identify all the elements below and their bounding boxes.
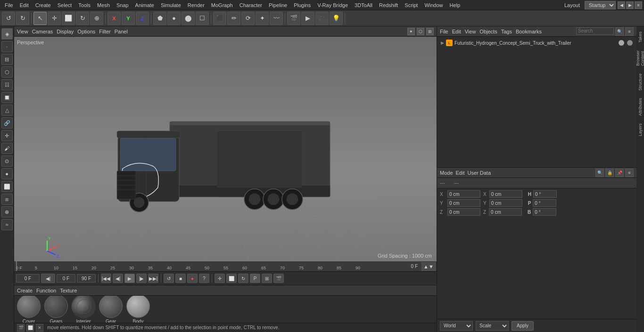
brush-button[interactable]: 🖌 [1,143,13,154]
om-search-btn[interactable]: 🔍 [615,27,624,36]
select-tool-button[interactable]: ↖ [33,12,47,25]
menu-window[interactable]: Window [421,1,446,9]
snap-button[interactable]: 🔗 [1,117,13,129]
record-btn[interactable]: ● [187,274,198,283]
transform-button[interactable]: ⊕ [90,12,103,25]
vtab-attributes[interactable]: Attributes [637,95,644,119]
next-frame-btn[interactable]: |▶ [136,274,147,283]
om-view-menu[interactable]: View [465,29,476,34]
move-tool-button[interactable]: ✛ [48,12,61,25]
floor-button[interactable]: ⬜ [1,181,13,192]
render-tl-btn[interactable]: 🎬 [273,274,284,283]
material-interier[interactable]: Interier [72,296,95,323]
spline-button[interactable]: 〰 [270,12,283,25]
om-filter-btn[interactable]: ≡ [625,27,634,36]
paint-button[interactable]: ● [1,168,13,179]
points-button[interactable]: · [1,41,13,52]
filter-menu[interactable]: Filter [99,29,110,34]
polygon-mode-button[interactable]: ⬡ [1,66,13,78]
vp-icon-1[interactable]: ✦ [407,28,415,35]
vp-icon-2[interactable]: ⬡ [417,28,424,35]
om-edit-menu[interactable]: Edit [452,29,461,34]
menu-simulate[interactable]: Simulate [158,1,184,9]
material-gears[interactable]: Gears [44,296,68,323]
mat-texture-menu[interactable]: Texture [60,288,77,293]
view-menu[interactable]: View [17,29,28,34]
vtab-takes[interactable]: Takes [637,28,644,46]
menu-character[interactable]: Character [237,1,265,9]
stop-btn[interactable]: ■ [175,274,186,283]
apply-button[interactable]: Apply [512,321,534,331]
scale-btn[interactable]: ⬜ [226,274,237,283]
cameras-menu[interactable]: Cameras [32,29,53,34]
om-search-input[interactable] [576,27,614,35]
om-tags-menu[interactable]: Tags [501,29,512,34]
vtab-layers[interactable]: Layers [637,120,644,139]
attr-h-val[interactable] [533,190,557,198]
play-btn[interactable]: ▶ [124,274,135,283]
magnet-button[interactable]: ✦ [256,12,269,25]
uv-mode-button[interactable]: ☷ [1,79,13,90]
attr-x-rot[interactable] [489,190,522,198]
menu-create[interactable]: Create [33,1,54,9]
menu-help[interactable]: Help [447,1,463,9]
menu-render[interactable]: Render [185,1,207,9]
render-view-button[interactable]: 🎬 [287,12,300,25]
help-btn[interactable]: ? [199,274,209,283]
status-icon-3[interactable]: ✕ [36,324,43,332]
attr-y-rot[interactable] [489,199,522,207]
draw-button[interactable]: ✏ [227,12,240,25]
uv-button[interactable]: ☐ [196,12,209,25]
menu-mesh[interactable]: Mesh [94,1,113,9]
grid-btn[interactable]: ⊞ [262,274,272,283]
z-axis-button[interactable]: Z [136,12,149,25]
display-menu[interactable]: Display [57,29,74,34]
go-start-btn[interactable]: |◀◀ [101,274,111,283]
undo-button[interactable]: ↺ [2,12,15,25]
layout-dropdown[interactable]: Startup [585,1,616,9]
attr-y-pos[interactable] [447,199,480,207]
vtab-structure[interactable]: Structure [637,70,644,94]
status-icon-1[interactable]: 🎬 [17,324,25,332]
panel-menu[interactable]: Panel [115,29,128,34]
material-gear[interactable]: Gear [99,296,123,323]
scale-dropdown[interactable]: Scale [476,321,509,331]
menu-script[interactable]: Script [402,1,421,9]
menu-snap[interactable]: Snap [114,1,132,9]
attr-b-val[interactable] [533,208,556,216]
menu-select[interactable]: Select [55,1,75,9]
mat-function-menu[interactable]: Function [36,288,56,293]
mirror-button[interactable]: ⧆ [1,194,13,205]
status-icon-2[interactable]: ⬜ [26,324,34,332]
cube-view-button[interactable]: ⬛ [213,12,226,25]
attr-x-pos[interactable] [447,190,480,198]
position-btn[interactable]: P [250,274,260,283]
layout-icon-1[interactable]: ◀ [618,1,625,9]
menu-file[interactable]: File [2,1,16,9]
viewport-canvas[interactable]: X Y Z Perspective Grid Spacing : 1000 cm [14,37,437,261]
world-dropdown[interactable]: World Object [440,321,473,331]
attr-search-btn[interactable]: 🔍 [595,169,604,177]
menu-animate[interactable]: Animate [132,1,157,9]
go-end-btn[interactable]: ▶▶| [148,274,158,283]
mat-create-menu[interactable]: Create [17,288,33,293]
attr-more-btn[interactable]: ≡ [625,169,634,177]
om-file-menu[interactable]: File [440,29,448,34]
rotate-btn[interactable]: ↻ [238,274,248,283]
menu-plugins[interactable]: Plugins [291,1,314,9]
menu-redshift[interactable]: Redshift [376,1,401,9]
rigging-button[interactable]: ⊕ [1,206,13,218]
x-axis-button[interactable]: X [107,12,121,25]
axis-button[interactable]: ✛ [1,130,13,141]
layout-icon-2[interactable]: ▶ [626,1,634,9]
edges-button[interactable]: ⊟ [1,54,13,65]
scale-box-button[interactable]: ⬜ [62,12,75,25]
transform-btn[interactable]: ✛ [215,274,225,283]
attr-z-rot[interactable] [489,208,522,216]
om-bookmarks-menu[interactable]: Bookmarks [516,29,542,34]
object-mode-button[interactable]: ◈ [1,28,13,40]
prev-frame-btn[interactable]: ◀| [113,274,123,283]
render-button[interactable]: ▶ [301,12,314,25]
layout-icon-3[interactable]: ≡ [635,1,642,9]
om-render-badge[interactable] [627,40,633,46]
